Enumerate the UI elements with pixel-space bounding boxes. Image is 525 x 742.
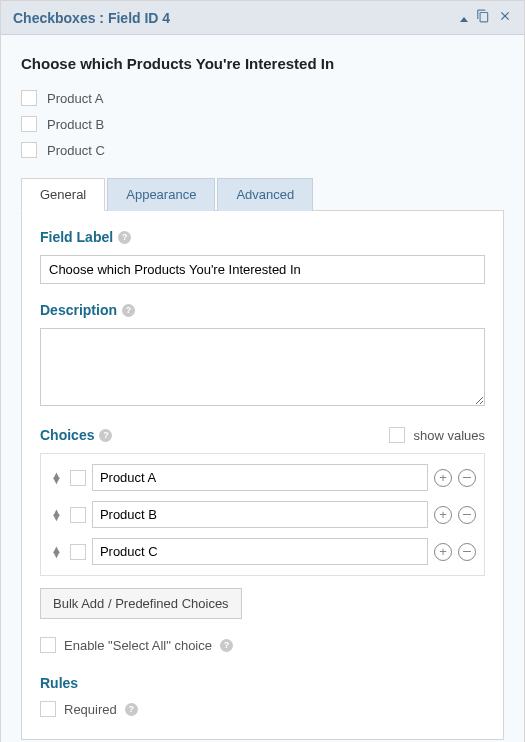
panel-actions: [460, 9, 512, 26]
tab-general[interactable]: General: [21, 178, 105, 211]
required-option: Required ?: [40, 701, 485, 717]
tab-appearance[interactable]: Appearance: [107, 178, 215, 211]
choice-input[interactable]: [92, 538, 428, 565]
show-values-checkbox[interactable]: [389, 427, 405, 443]
checkbox-icon[interactable]: [21, 142, 37, 158]
choices-label: Choices ?: [40, 427, 112, 443]
choice-default-checkbox[interactable]: [70, 470, 86, 486]
panel-body: Choose which Products You're Interested …: [1, 35, 524, 742]
choice-input[interactable]: [92, 501, 428, 528]
checkbox-icon[interactable]: [21, 90, 37, 106]
drag-handle-icon[interactable]: ▲▼: [49, 473, 64, 483]
preview-checkbox-label: Product B: [47, 117, 104, 132]
field-panel: Checkboxes : Field ID 4 Choose which Pro…: [0, 0, 525, 742]
add-choice-icon[interactable]: +: [434, 543, 452, 561]
choice-row: ▲▼ +: [46, 459, 479, 496]
select-all-label: Enable "Select All" choice: [64, 638, 212, 653]
add-choice-icon[interactable]: +: [434, 469, 452, 487]
preview-checkbox-row: Product A: [21, 90, 504, 106]
panel-title: Checkboxes : Field ID 4: [13, 10, 170, 26]
tab-advanced[interactable]: Advanced: [217, 178, 313, 211]
select-all-checkbox[interactable]: [40, 637, 56, 653]
field-preview-heading: Choose which Products You're Interested …: [21, 55, 504, 72]
collapse-icon[interactable]: [460, 10, 468, 25]
checkbox-icon[interactable]: [21, 116, 37, 132]
help-icon[interactable]: ?: [220, 639, 233, 652]
tab-general-content: Field Label ? Description ? Choices ? sh…: [21, 210, 504, 740]
choice-row: ▲▼ +: [46, 533, 479, 570]
panel-title-bar: Checkboxes : Field ID 4: [1, 1, 524, 35]
remove-choice-icon[interactable]: [458, 543, 476, 561]
preview-checkbox-label: Product C: [47, 143, 105, 158]
add-choice-icon[interactable]: +: [434, 506, 452, 524]
close-icon[interactable]: [498, 9, 512, 26]
remove-choice-icon[interactable]: [458, 506, 476, 524]
field-label-text: Field Label: [40, 229, 113, 245]
required-checkbox[interactable]: [40, 701, 56, 717]
choice-row: ▲▼ +: [46, 496, 479, 533]
remove-choice-icon[interactable]: [458, 469, 476, 487]
description-label-text: Description: [40, 302, 117, 318]
bulk-add-button[interactable]: Bulk Add / Predefined Choices: [40, 588, 242, 619]
preview-checkbox-row: Product C: [21, 142, 504, 158]
field-label-input[interactable]: [40, 255, 485, 284]
rules-label: Rules: [40, 675, 485, 691]
select-all-option: Enable "Select All" choice ?: [40, 637, 485, 653]
required-label: Required: [64, 702, 117, 717]
choices-header: Choices ? show values: [40, 427, 485, 443]
show-values-label: show values: [413, 428, 485, 443]
help-icon[interactable]: ?: [118, 231, 131, 244]
choices-label-text: Choices: [40, 427, 94, 443]
choice-default-checkbox[interactable]: [70, 507, 86, 523]
choice-input[interactable]: [92, 464, 428, 491]
rules-label-text: Rules: [40, 675, 78, 691]
help-icon[interactable]: ?: [122, 304, 135, 317]
duplicate-icon[interactable]: [476, 9, 490, 26]
description-label: Description ?: [40, 302, 485, 318]
field-label-label: Field Label ?: [40, 229, 485, 245]
show-values-option: show values: [389, 427, 485, 443]
drag-handle-icon[interactable]: ▲▼: [49, 510, 64, 520]
preview-checkbox-label: Product A: [47, 91, 103, 106]
drag-handle-icon[interactable]: ▲▼: [49, 547, 64, 557]
choice-default-checkbox[interactable]: [70, 544, 86, 560]
choices-list: ▲▼ + ▲▼ + ▲▼ +: [40, 453, 485, 576]
help-icon[interactable]: ?: [125, 703, 138, 716]
settings-tabs: General Appearance Advanced: [21, 178, 504, 211]
help-icon[interactable]: ?: [99, 429, 112, 442]
description-textarea[interactable]: [40, 328, 485, 406]
preview-checkbox-row: Product B: [21, 116, 504, 132]
preview-checkbox-group: Product A Product B Product C: [21, 90, 504, 158]
